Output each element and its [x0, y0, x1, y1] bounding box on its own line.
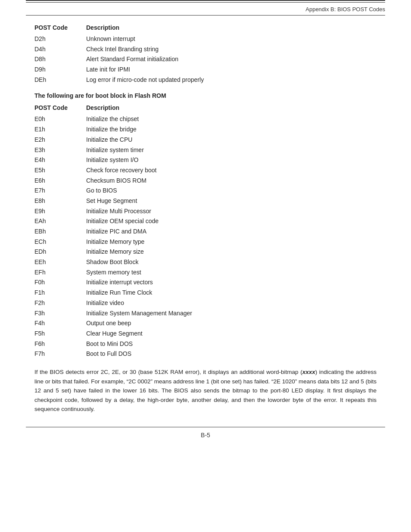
post-code: DEh [34, 75, 86, 85]
table-row: E3h Initialize system timer [34, 146, 385, 155]
post-desc: Go to BIOS [86, 186, 385, 196]
table-row: E1h Initialize the bridge [34, 125, 385, 134]
table-row: F1h Initialize Run Time Clock [34, 288, 385, 298]
table-row: D8h Alert Standard Format initialization [34, 55, 385, 64]
table-row: DEh Log error if micro-code not updated … [34, 75, 385, 85]
post-code: EBh [34, 227, 86, 236]
paragraph-text-before: If the BIOS detects error 2C, 2E, or 30 … [34, 369, 302, 375]
table-row: E5h Check force recovery boot [34, 166, 385, 175]
post-code: D8h [34, 55, 86, 64]
table-row: E2h Initialize the CPU [34, 135, 385, 145]
table-row: EAh Initialize OEM special code [34, 217, 385, 226]
post-code: ECh [34, 237, 86, 247]
table-row: F0h Initialize interrupt vectors [34, 278, 385, 287]
post-code: EFh [34, 268, 86, 277]
table1-header-row: POST Code Description [34, 24, 385, 31]
post-desc: Initialize system I/O [86, 156, 385, 165]
table-row: F3h Initialize System Management Manager [34, 309, 385, 318]
table-row: EBh Initialize PIC and DMA [34, 227, 385, 236]
post-desc: Checksum BIOS ROM [86, 176, 385, 186]
post-code: F2h [34, 299, 86, 308]
post-code: E4h [34, 156, 86, 165]
post-desc: Clear Huge Segment [86, 329, 385, 339]
post-code: E9h [34, 207, 86, 216]
footnote-paragraph: If the BIOS detects error 2C, 2E, or 30 … [34, 367, 377, 414]
post-code: EEh [34, 258, 86, 267]
post-code: EDh [34, 247, 86, 257]
table1: POST Code Description D2h Unknown interr… [34, 24, 385, 84]
table-row: EDh Initialize Memory size [34, 247, 385, 257]
post-desc: Late init for IPMI [86, 65, 385, 75]
post-code: F4h [34, 319, 86, 328]
table-row: E8h Set Huge Segment [34, 196, 385, 206]
table-row: ECh Initialize Memory type [34, 237, 385, 247]
page-number: B-5 [201, 432, 210, 439]
post-desc: Alert Standard Format initialization [86, 55, 385, 64]
post-desc: Output one beep [86, 319, 385, 328]
table-row: E6h Checksum BIOS ROM [34, 176, 385, 186]
post-code: F7h [34, 349, 86, 359]
post-code: F5h [34, 329, 86, 339]
post-desc: Unknown interrupt [86, 34, 385, 44]
post-desc: Initialize Run Time Clock [86, 288, 385, 298]
paragraph-text-after: ) indicating the address line or bits th… [34, 369, 377, 412]
page-header: Appendix B: BIOS POST Codes [26, 3, 385, 16]
table-row: E7h Go to BIOS [34, 186, 385, 196]
table-row: F4h Output one beep [34, 319, 385, 328]
post-code: D4h [34, 45, 86, 54]
post-code: E6h [34, 176, 86, 186]
post-desc: Initialize the chipset [86, 115, 385, 124]
post-desc: Initialize PIC and DMA [86, 227, 385, 236]
post-desc: Initialize the bridge [86, 125, 385, 134]
post-desc: Check force recovery boot [86, 166, 385, 175]
paragraph-italic: xxxx [302, 369, 315, 375]
post-code: E8h [34, 196, 86, 206]
post-code: F3h [34, 309, 86, 318]
table-row: EFh System memory test [34, 268, 385, 277]
post-desc: Initialize Multi Processor [86, 207, 385, 216]
post-code: E0h [34, 115, 86, 124]
post-desc: Shadow Boot Block [86, 258, 385, 267]
post-code: E2h [34, 135, 86, 145]
post-desc: Initialize OEM special code [86, 217, 385, 226]
header-title: Appendix B: BIOS POST Codes [305, 6, 385, 12]
post-code: EAh [34, 217, 86, 226]
post-desc: Initialize interrupt vectors [86, 278, 385, 287]
table2-header-row: POST Code Description [34, 104, 385, 111]
table2-col1-header: POST Code [34, 104, 86, 111]
post-desc: Check Intel Branding string [86, 45, 385, 54]
post-code: E3h [34, 146, 86, 155]
post-desc: Boot to Mini DOS [86, 339, 385, 349]
table2-col2-header: Description [86, 104, 385, 111]
post-desc: Set Huge Segment [86, 196, 385, 206]
table-row: E0h Initialize the chipset [34, 115, 385, 124]
post-code: D9h [34, 65, 86, 75]
post-desc: System memory test [86, 268, 385, 277]
post-desc: Log error if micro-code not updated prop… [86, 75, 385, 85]
table-row: D4h Check Intel Branding string [34, 45, 385, 54]
table-row: D9h Late init for IPMI [34, 65, 385, 75]
table-row: F5h Clear Huge Segment [34, 329, 385, 339]
post-code: F6h [34, 339, 86, 349]
table-row: E9h Initialize Multi Processor [34, 207, 385, 216]
table-row: D2h Unknown interrupt [34, 34, 385, 44]
page-footer: B-5 [26, 427, 385, 439]
post-code: E7h [34, 186, 86, 196]
table1-col2-header: Description [86, 24, 385, 31]
page: Appendix B: BIOS POST Codes POST Code De… [0, 0, 411, 532]
post-desc: Initialize System Management Manager [86, 309, 385, 318]
post-desc: Boot to Full DOS [86, 349, 385, 359]
table-row: E4h Initialize system I/O [34, 156, 385, 165]
post-desc: Initialize system timer [86, 146, 385, 155]
table-row: EEh Shadow Boot Block [34, 258, 385, 267]
table-row: F2h Initialize video [34, 299, 385, 308]
post-desc: Initialize Memory size [86, 247, 385, 257]
table-row: F7h Boot to Full DOS [34, 349, 385, 359]
table-row: F6h Boot to Mini DOS [34, 339, 385, 349]
post-code: F1h [34, 288, 86, 298]
post-code: F0h [34, 278, 86, 287]
post-desc: Initialize the CPU [86, 135, 385, 145]
table1-col1-header: POST Code [34, 24, 86, 31]
post-desc: Initialize video [86, 299, 385, 308]
post-desc: Initialize Memory type [86, 237, 385, 247]
